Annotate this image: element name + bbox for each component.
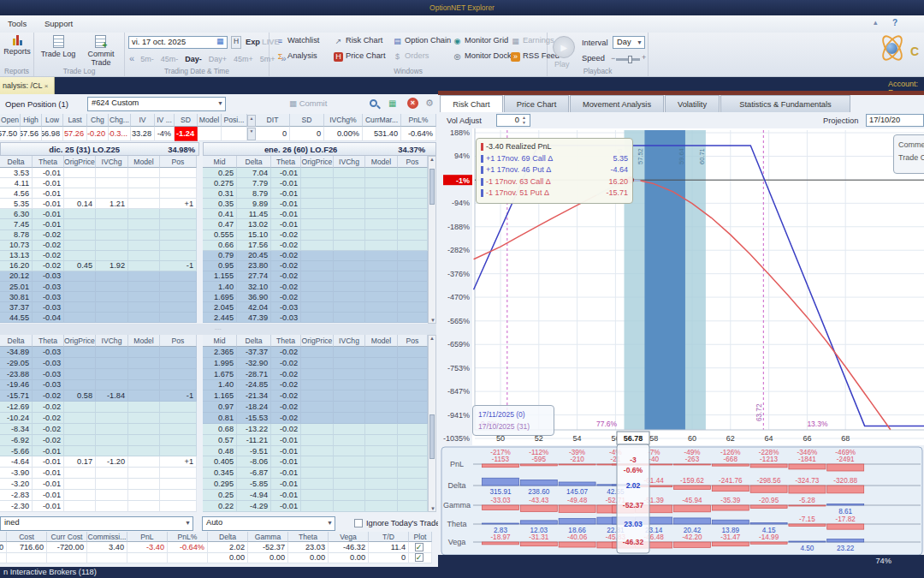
option-cell[interactable] xyxy=(64,178,96,188)
option-cell[interactable] xyxy=(64,251,96,261)
option-cell[interactable] xyxy=(334,347,365,358)
option-cell[interactable]: -15.71 xyxy=(0,390,33,402)
option-cell[interactable] xyxy=(365,402,398,413)
option-cell[interactable]: -0.01 xyxy=(271,199,301,209)
summary-cell[interactable] xyxy=(7,553,47,564)
option-cell[interactable] xyxy=(64,424,96,435)
option-cell[interactable] xyxy=(365,313,398,323)
summary-cell[interactable] xyxy=(168,553,208,564)
column-header[interactable]: Chg xyxy=(87,114,109,127)
column-header[interactable]: SD xyxy=(175,114,198,127)
option-cell[interactable]: +1 xyxy=(160,456,197,468)
step-day-minus[interactable]: Day- xyxy=(185,55,202,63)
option-cell[interactable]: -0.03 xyxy=(33,292,64,302)
option-cell[interactable]: 1.40 xyxy=(203,282,237,292)
option-cell[interactable]: 17.56 xyxy=(237,241,271,251)
column-header[interactable]: PnL% xyxy=(401,114,436,127)
option-cell[interactable] xyxy=(398,402,428,413)
option-cell[interactable] xyxy=(96,178,128,188)
option-cell[interactable] xyxy=(128,199,160,209)
option-cell[interactable] xyxy=(301,271,334,282)
option-cell[interactable]: -0.01 xyxy=(33,468,64,479)
option-cell[interactable] xyxy=(301,390,334,402)
summary-cell[interactable] xyxy=(0,553,7,564)
option-cell[interactable]: 1.155 xyxy=(203,271,237,282)
option-cell[interactable]: -0.02 xyxy=(271,271,301,282)
quote-cell[interactable] xyxy=(198,127,222,141)
option-cell[interactable]: -0.02 xyxy=(33,402,64,413)
window-toggle-monitor-grid[interactable]: ◉Monitor Grid xyxy=(453,36,508,46)
option-cell[interactable]: -18.24 xyxy=(237,402,271,413)
window-toggle-price-chart[interactable]: HPrice Chart xyxy=(334,51,386,62)
option-cell[interactable]: 25.01 xyxy=(0,282,33,292)
play-button[interactable]: ▶ xyxy=(553,36,575,58)
column-header[interactable]: Theta xyxy=(288,532,329,542)
option-cell[interactable] xyxy=(334,271,365,282)
option-cell[interactable] xyxy=(334,178,365,188)
option-cell[interactable]: 7.04 xyxy=(237,168,271,178)
option-cell[interactable]: 0.25 xyxy=(203,490,237,501)
column-header[interactable]: IV ... xyxy=(155,114,175,127)
option-cell[interactable]: 0.22 xyxy=(203,501,237,512)
option-cell[interactable] xyxy=(301,490,334,501)
option-cell[interactable]: -0.02 xyxy=(271,282,301,292)
option-cell[interactable] xyxy=(96,209,128,219)
option-cell[interactable] xyxy=(64,435,96,446)
option-cell[interactable] xyxy=(128,435,160,446)
option-cell[interactable]: 0.95 xyxy=(203,261,237,271)
option-cell[interactable] xyxy=(64,282,96,292)
column-header[interactable]: Model xyxy=(128,335,160,347)
option-cell[interactable] xyxy=(128,209,160,219)
option-cell[interactable] xyxy=(398,292,428,302)
option-cell[interactable] xyxy=(96,230,128,241)
option-cell[interactable]: -8.34 xyxy=(0,424,33,435)
option-cell[interactable]: +1 xyxy=(160,199,197,209)
legend-entry[interactable]: 17/10/2025 (31) xyxy=(478,420,548,432)
option-cell[interactable] xyxy=(301,251,334,261)
summary-cell[interactable]: ✓ xyxy=(409,542,432,553)
option-cell[interactable]: -0.02 xyxy=(33,413,64,424)
column-header[interactable]: High xyxy=(21,114,42,127)
interval-select[interactable]: Day▼ xyxy=(613,36,645,49)
ignore-trades-checkbox[interactable] xyxy=(354,519,363,527)
option-cell[interactable] xyxy=(334,390,365,402)
option-cell[interactable] xyxy=(301,501,334,512)
option-cell[interactable]: -10.24 xyxy=(0,413,33,424)
option-cell[interactable]: -0.02 xyxy=(271,380,301,391)
column-header[interactable]: Model xyxy=(365,335,398,347)
option-cell[interactable]: -0.01 xyxy=(271,479,301,490)
option-cell[interactable]: -0.02 xyxy=(271,369,301,380)
option-cell[interactable] xyxy=(365,219,398,229)
column-header[interactable]: PnL xyxy=(127,532,168,542)
option-cell[interactable] xyxy=(301,369,334,380)
option-cell[interactable] xyxy=(334,302,365,313)
summary-cell[interactable]: 0.00 xyxy=(208,553,248,564)
option-cell[interactable] xyxy=(64,402,96,413)
option-cell[interactable]: -32.90 xyxy=(237,358,271,369)
option-cell[interactable] xyxy=(160,230,197,241)
option-cell[interactable] xyxy=(128,358,160,369)
option-cell[interactable]: -2.83 xyxy=(0,490,33,501)
option-cell[interactable]: 0.66 xyxy=(203,241,237,251)
option-cell[interactable]: -0.02 xyxy=(271,292,301,302)
option-cell[interactable]: 9.89 xyxy=(237,199,271,209)
column-header[interactable]: Mid xyxy=(203,156,237,168)
option-cell[interactable]: 8.78 xyxy=(0,230,33,241)
option-cell[interactable] xyxy=(301,168,334,178)
option-cell[interactable] xyxy=(64,188,96,199)
column-header[interactable]: Model xyxy=(198,114,222,127)
option-cell[interactable]: -12.69 xyxy=(0,402,33,413)
option-cell[interactable]: -0.01 xyxy=(271,188,301,199)
column-header[interactable]: Chg... xyxy=(109,114,131,127)
option-cell[interactable] xyxy=(301,468,334,479)
option-cell[interactable] xyxy=(128,241,160,251)
option-cell[interactable]: -0.02 xyxy=(271,358,301,369)
column-header[interactable]: IVChg xyxy=(96,156,128,168)
option-cell[interactable] xyxy=(365,501,398,512)
spinner-down-icon[interactable]: ▼ xyxy=(247,128,256,140)
plot-checkbox[interactable]: ✓ xyxy=(415,553,424,562)
option-cell[interactable]: -0.01 xyxy=(33,188,64,199)
quote-cell[interactable]: 57.26 xyxy=(63,127,87,141)
menu-tools[interactable]: Tools xyxy=(0,15,34,32)
option-cell[interactable]: -0.03 xyxy=(271,302,301,313)
